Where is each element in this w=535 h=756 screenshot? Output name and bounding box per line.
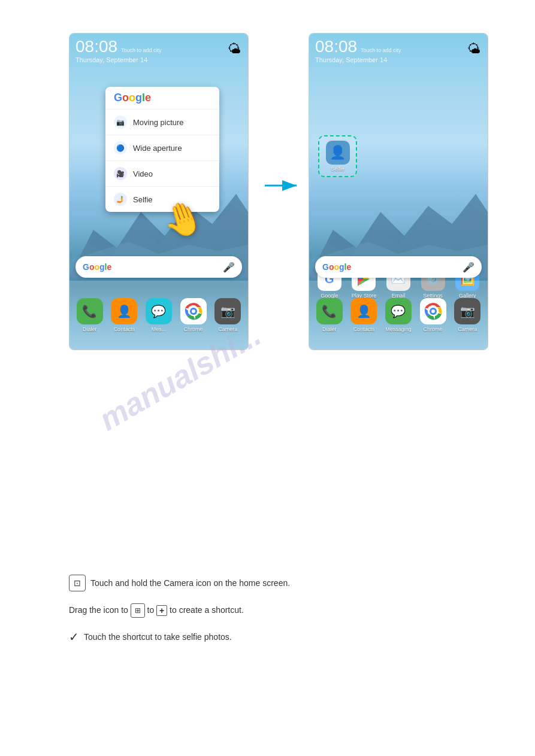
svg-point-6 [192, 309, 195, 313]
drag-icon-symbol: ⊞ [131, 603, 145, 618]
camera-icon-r: 📷 [454, 298, 480, 324]
check-icon: ✓ [69, 630, 79, 644]
date-display: Thursday, September 14 [75, 56, 162, 63]
contacts-label-r: Contacts [353, 326, 375, 332]
google-search-bar-right[interactable]: Google 🎤 [315, 256, 482, 278]
google-logo-menu: Google [114, 92, 151, 104]
context-menu-header: Google [105, 87, 219, 109]
chrome-label-r: Chrome [424, 326, 443, 332]
selfie-float-label: Selfie [331, 166, 344, 172]
wide-aperture-icon: 🔵 [114, 141, 127, 154]
instruction-3-text: Touch the shortcut to take selfie photos… [84, 632, 232, 642]
plus-symbol: + [156, 605, 167, 616]
messaging-icon-r: 💬 [385, 298, 412, 324]
context-menu: Google 📷 Moving picture 🔵 Wide aperture … [105, 87, 219, 212]
dock-item-messaging[interactable]: 💬 Mes... [143, 298, 174, 332]
menu-item-moving-picture[interactable]: 📷 Moving picture [105, 109, 219, 135]
menu-item-moving-picture-label: Moving picture [133, 118, 184, 127]
dock-item-dialer[interactable]: 📞 Dialer [74, 298, 105, 332]
mic-icon[interactable]: 🎤 [223, 262, 235, 273]
dock-item-camera[interactable]: 📷 Camera [212, 298, 243, 332]
app-dock: 📞 Dialer 👤 Contacts 💬 Mes... [69, 281, 248, 350]
menu-item-wide-aperture-label: Wide aperture [133, 144, 182, 153]
time-subtitle: Touch to add city [121, 47, 162, 53]
camera-icon: 📷 [214, 298, 241, 324]
messaging-label-r: Messaging [385, 326, 412, 332]
video-icon: 🎥 [114, 167, 127, 180]
app-dock-right: 📞 Dialer 👤 Contacts 💬 Messaging [309, 281, 488, 350]
selfie-inner-icon: 👤 [326, 141, 350, 165]
dock-item-chrome[interactable]: Chrome [178, 298, 209, 332]
dock-item-contacts-r[interactable]: 👤 Contacts [348, 298, 379, 332]
selfie-icon: 🤳 [114, 193, 127, 206]
instruction-3: ✓ Touch the shortcut to take selfie phot… [69, 630, 466, 644]
messaging-label: Mes... [152, 326, 167, 332]
instruction-1-icon: ⊡ [69, 575, 86, 591]
menu-item-wide-aperture[interactable]: 🔵 Wide aperture [105, 135, 219, 160]
contacts-label: Contacts [114, 326, 135, 332]
menu-item-video-label: Video [133, 169, 153, 178]
status-bar: 08:08 Touch to add city Thursday, Septem… [75, 38, 242, 63]
instructions-area: ⊡ Touch and hold the Camera icon on the … [69, 389, 466, 651]
left-phone-screen: 08:08 Touch to add city Thursday, Septem… [69, 33, 249, 350]
weather-icon-right: 🌤 [467, 41, 480, 57]
chrome-label: Chrome [184, 326, 203, 332]
dock-item-chrome-r[interactable]: Chrome [418, 298, 449, 332]
selfie-float-icon: 👤 Selfie [318, 135, 357, 177]
messaging-icon: 💬 [146, 298, 172, 324]
dialer-label: Dialer [83, 326, 97, 332]
dock-item-contacts[interactable]: 👤 Contacts [108, 298, 140, 332]
camera-label-r: Camera [458, 326, 477, 332]
contacts-icon-r: 👤 [350, 298, 377, 324]
instruction-2: Drag the icon to ⊞ to + to create a shor… [69, 603, 466, 618]
time-display-right: 08:08 [315, 38, 357, 55]
instruction-2-text: Drag the icon to ⊞ to + to create a shor… [69, 603, 244, 618]
time-display: 08:08 [75, 38, 117, 55]
svg-point-18 [431, 309, 435, 313]
instruction-1: ⊡ Touch and hold the Camera icon on the … [69, 575, 466, 591]
right-phone-screen: 08:08 Touch to add city Thursday, Septem… [309, 33, 488, 350]
arrow-indicator [264, 177, 303, 197]
dialer-icon: 📞 [77, 298, 103, 324]
instruction-1-text: Touch and hold the Camera icon on the ho… [90, 578, 290, 588]
mic-icon-right[interactable]: 🎤 [463, 262, 474, 273]
dialer-icon-r: 📞 [316, 298, 343, 324]
google-search-bar[interactable]: Google 🎤 [75, 256, 242, 278]
date-display-right: Thursday, September 14 [315, 56, 401, 63]
time-subtitle-right: Touch to add city [361, 47, 401, 53]
dock-item-messaging-r[interactable]: 💬 Messaging [383, 298, 414, 332]
chrome-icon [180, 298, 207, 324]
contacts-icon: 👤 [111, 298, 137, 324]
weather-icon: 🌤 [228, 41, 241, 57]
menu-item-selfie-label: Selfie [133, 195, 153, 204]
camera-label: Camera [218, 326, 237, 332]
dock-item-camera-r[interactable]: 📷 Camera [452, 298, 483, 332]
dock-item-dialer-r[interactable]: 📞 Dialer [314, 298, 345, 332]
google-logo-right: Google [322, 262, 351, 272]
dialer-label-r: Dialer [322, 326, 337, 332]
status-bar-right: 08:08 Touch to add city Thursday, Septem… [315, 38, 482, 63]
moving-picture-icon: 📷 [114, 116, 127, 129]
chrome-icon-r [420, 298, 446, 324]
menu-item-video[interactable]: 🎥 Video [105, 160, 219, 186]
google-logo: Google [83, 262, 111, 272]
